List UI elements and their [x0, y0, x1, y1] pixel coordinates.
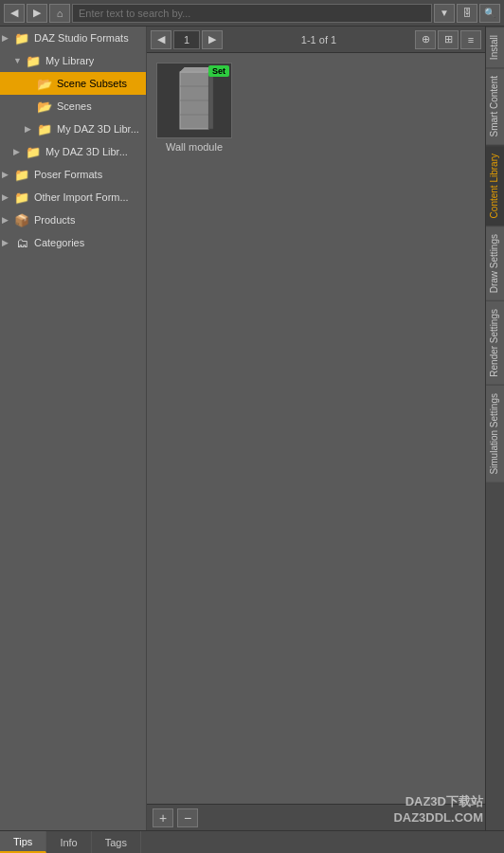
- folder-icon: 🗂: [13, 235, 30, 250]
- sidebar-item-label: Products: [34, 214, 75, 226]
- search-bar: ◀ ▶ ⌂ ▼ 🗄 🔍: [0, 0, 504, 27]
- svg-rect-4: [208, 72, 213, 129]
- home-button[interactable]: ⌂: [49, 4, 70, 23]
- remove-item-button[interactable]: −: [177, 808, 198, 827]
- right-tab-draw-settings[interactable]: Draw Settings: [486, 226, 504, 300]
- arrow-icon: ▶: [2, 192, 13, 202]
- sidebar-item-products[interactable]: ▶📦Products: [0, 209, 146, 231]
- sidebar-item-scene-subsets[interactable]: 📂Scene Subsets: [0, 72, 146, 95]
- nav-forward-button[interactable]: ▶: [202, 30, 223, 49]
- nav-back-button[interactable]: ◀: [151, 30, 171, 49]
- sidebar-item-label: Other Import Form...: [34, 191, 129, 203]
- folder-icon: 📁: [36, 121, 53, 136]
- arrow-icon: ▶: [13, 147, 25, 156]
- sidebar-item-label: My DAZ 3D Libr...: [45, 146, 128, 157]
- bottom-tab-tags[interactable]: Tags: [92, 831, 141, 853]
- sidebar-item-my-daz-3d-libr-1[interactable]: ▶📁My DAZ 3D Libr...: [0, 118, 146, 140]
- add-item-button[interactable]: +: [153, 808, 173, 827]
- arrow-icon: ▶: [2, 215, 13, 225]
- search-button[interactable]: 🔍: [479, 4, 500, 23]
- view-list-button[interactable]: ≡: [460, 30, 481, 49]
- content-bottom-bar: + −: [147, 804, 485, 830]
- sidebar: ▶📁DAZ Studio Formats▼📁My Library📂Scene S…: [0, 27, 147, 830]
- thumbnail-grid: SetWall module: [147, 53, 485, 804]
- arrow-icon: ▼: [13, 56, 25, 65]
- arrow-icon: ▶: [2, 238, 13, 247]
- sidebar-item-label: Poser Formats: [34, 169, 102, 180]
- bottom-tab-info[interactable]: Info: [46, 831, 91, 853]
- view-extra-button[interactable]: ⊕: [415, 30, 436, 49]
- search-input[interactable]: [72, 4, 432, 23]
- folder-icon: 📁: [13, 167, 30, 182]
- content-area: ◀ ▶ 1-1 of 1 ⊕ ⊞ ≡ SetWall module + −: [147, 27, 485, 830]
- sidebar-item-poser-formats[interactable]: ▶📁Poser Formats: [0, 163, 146, 186]
- right-tab-simulation-settings[interactable]: Simulation Settings: [486, 385, 504, 482]
- sidebar-item-my-daz-3d-libr-2[interactable]: ▶📁My DAZ 3D Libr...: [0, 140, 146, 163]
- arrow-icon: ▶: [25, 124, 36, 134]
- page-info: 1-1 of 1: [225, 34, 413, 45]
- folder-icon: 📁: [13, 30, 30, 45]
- folder-icon: 📦: [13, 212, 30, 227]
- set-badge: Set: [208, 65, 229, 77]
- sidebar-item-label: Scenes: [57, 100, 92, 112]
- bottom-tabs: TipsInfoTags: [0, 830, 504, 853]
- back-button[interactable]: ◀: [4, 4, 25, 23]
- thumbnail-image: Set: [156, 63, 232, 138]
- arrow-icon: ▶: [2, 170, 13, 179]
- folder-icon: 📁: [25, 144, 42, 159]
- arrow-icon: ▶: [2, 33, 13, 43]
- sidebar-item-label: My DAZ 3D Libr...: [57, 123, 139, 135]
- thumbnail-item-wall-module[interactable]: SetWall module: [154, 61, 234, 154]
- content-toolbar: ◀ ▶ 1-1 of 1 ⊕ ⊞ ≡: [147, 27, 485, 53]
- folder-icon: 📂: [36, 99, 53, 114]
- sidebar-item-label: My Library: [45, 55, 94, 66]
- database-icon[interactable]: 🗄: [457, 4, 477, 23]
- view-grid-button[interactable]: ⊞: [438, 30, 459, 49]
- right-tabs: InstallSmart ContentContent LibraryDraw …: [485, 27, 504, 830]
- bottom-tab-tips[interactable]: Tips: [0, 831, 46, 853]
- sidebar-item-label: Categories: [34, 237, 84, 248]
- folder-icon: 📁: [25, 53, 42, 68]
- sidebar-item-my-library[interactable]: ▼📁My Library: [0, 49, 146, 72]
- sidebar-item-label: Scene Subsets: [57, 78, 127, 89]
- folder-icon: 📁: [13, 190, 30, 205]
- thumbnail-label: Wall module: [166, 141, 223, 153]
- page-number-input[interactable]: [173, 30, 200, 49]
- right-tab-render-settings[interactable]: Render Settings: [486, 300, 504, 385]
- sidebar-item-other-import-form[interactable]: ▶📁Other Import Form...: [0, 186, 146, 209]
- sidebar-item-label: DAZ Studio Formats: [34, 32, 129, 44]
- main-layout: ▶📁DAZ Studio Formats▼📁My Library📂Scene S…: [0, 27, 504, 830]
- sidebar-item-scenes[interactable]: 📂Scenes: [0, 95, 146, 118]
- right-tab-content-library[interactable]: Content Library: [486, 145, 504, 226]
- dropdown-button[interactable]: ▼: [434, 4, 455, 23]
- forward-button[interactable]: ▶: [27, 4, 47, 23]
- folder-icon: 📂: [36, 76, 53, 91]
- sidebar-item-daz-studio-formats[interactable]: ▶📁DAZ Studio Formats: [0, 27, 146, 49]
- sidebar-item-categories[interactable]: ▶🗂Categories: [0, 231, 146, 254]
- right-tab-smart-content[interactable]: Smart Content: [486, 67, 504, 144]
- right-tab-install[interactable]: Install: [486, 27, 504, 67]
